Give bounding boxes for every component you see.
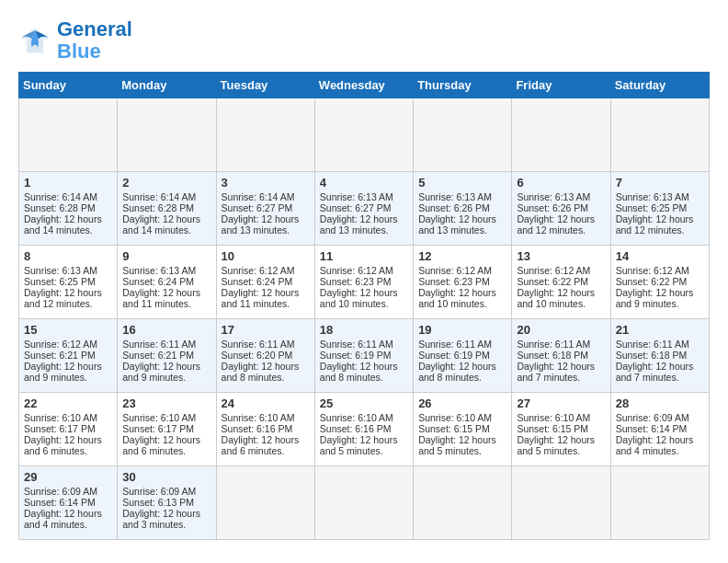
sunrise: Sunrise: 6:13 AM bbox=[517, 191, 590, 202]
calendar-cell: 6Sunrise: 6:13 AMSunset: 6:26 PMDaylight… bbox=[512, 172, 610, 246]
sunset: Sunset: 6:15 PM bbox=[517, 423, 588, 434]
sunset: Sunset: 6:28 PM bbox=[24, 202, 96, 213]
sunrise: Sunrise: 6:12 AM bbox=[24, 339, 97, 350]
sunrise: Sunrise: 6:09 AM bbox=[616, 412, 689, 423]
daylight-label: Daylight: 12 hours and 12 minutes. bbox=[24, 287, 102, 309]
sunrise: Sunrise: 6:10 AM bbox=[517, 412, 590, 423]
day-number: 24 bbox=[222, 396, 310, 410]
daylight-label: Daylight: 12 hours and 5 minutes. bbox=[320, 434, 398, 456]
sunrise: Sunrise: 6:11 AM bbox=[616, 339, 689, 350]
daylight-label: Daylight: 12 hours and 4 minutes. bbox=[24, 508, 102, 530]
day-number: 18 bbox=[320, 323, 408, 337]
sunset: Sunset: 6:17 PM bbox=[24, 423, 96, 434]
day-number: 19 bbox=[418, 323, 506, 337]
sunset: Sunset: 6:25 PM bbox=[616, 202, 688, 213]
day-number: 7 bbox=[616, 176, 704, 190]
day-number: 25 bbox=[320, 396, 408, 410]
calendar-cell: 15Sunrise: 6:12 AMSunset: 6:21 PMDayligh… bbox=[19, 319, 118, 393]
calendar-cell bbox=[512, 466, 610, 540]
daylight-label: Daylight: 12 hours and 10 minutes. bbox=[320, 287, 398, 309]
calendar-cell: 26Sunrise: 6:10 AMSunset: 6:15 PMDayligh… bbox=[414, 393, 512, 466]
sunrise: Sunrise: 6:11 AM bbox=[222, 339, 295, 350]
daylight-label: Daylight: 12 hours and 8 minutes. bbox=[222, 361, 300, 383]
sunrise: Sunrise: 6:14 AM bbox=[222, 191, 295, 202]
sunrise: Sunrise: 6:10 AM bbox=[222, 412, 295, 423]
sunset: Sunset: 6:18 PM bbox=[517, 350, 588, 361]
page-header: General Blue bbox=[18, 18, 710, 63]
logo-text: General Blue bbox=[57, 18, 132, 63]
day-number: 23 bbox=[122, 396, 210, 410]
sunrise: Sunrise: 6:14 AM bbox=[24, 191, 97, 202]
col-header-tuesday: Tuesday bbox=[216, 73, 314, 98]
sunset: Sunset: 6:19 PM bbox=[320, 350, 392, 361]
sunrise: Sunrise: 6:11 AM bbox=[320, 339, 393, 350]
calendar-cell: 27Sunrise: 6:10 AMSunset: 6:15 PMDayligh… bbox=[512, 393, 610, 466]
daylight-label: Daylight: 12 hours and 9 minutes. bbox=[24, 361, 102, 383]
daylight-label: Daylight: 12 hours and 4 minutes. bbox=[616, 434, 694, 456]
calendar-cell bbox=[216, 98, 314, 172]
calendar-cell: 13Sunrise: 6:12 AMSunset: 6:22 PMDayligh… bbox=[512, 246, 610, 319]
sunrise: Sunrise: 6:13 AM bbox=[24, 265, 97, 276]
sunset: Sunset: 6:15 PM bbox=[418, 423, 490, 434]
logo-icon bbox=[18, 24, 51, 57]
sunrise: Sunrise: 6:13 AM bbox=[418, 191, 492, 202]
daylight-label: Daylight: 12 hours and 13 minutes. bbox=[418, 213, 496, 236]
day-number: 17 bbox=[222, 323, 310, 337]
sunset: Sunset: 6:19 PM bbox=[418, 350, 490, 361]
calendar-cell bbox=[610, 466, 709, 540]
daylight-label: Daylight: 12 hours and 5 minutes. bbox=[418, 434, 496, 456]
calendar-cell: 11Sunrise: 6:12 AMSunset: 6:23 PMDayligh… bbox=[314, 246, 413, 319]
sunset: Sunset: 6:21 PM bbox=[122, 350, 194, 361]
daylight-label: Daylight: 12 hours and 6 minutes. bbox=[222, 434, 300, 456]
calendar-cell bbox=[314, 98, 413, 172]
calendar-cell bbox=[314, 466, 413, 540]
daylight-label: Daylight: 12 hours and 11 minutes. bbox=[122, 287, 200, 309]
calendar-cell: 25Sunrise: 6:10 AMSunset: 6:16 PMDayligh… bbox=[314, 393, 413, 466]
sunrise: Sunrise: 6:09 AM bbox=[122, 486, 196, 497]
daylight-label: Daylight: 12 hours and 13 minutes. bbox=[222, 213, 300, 236]
sunrise: Sunrise: 6:13 AM bbox=[122, 265, 196, 276]
daylight-label: Daylight: 12 hours and 5 minutes. bbox=[517, 434, 595, 456]
sunset: Sunset: 6:25 PM bbox=[24, 276, 96, 287]
daylight-label: Daylight: 12 hours and 14 minutes. bbox=[122, 213, 200, 236]
sunset: Sunset: 6:28 PM bbox=[122, 202, 194, 213]
calendar-cell: 10Sunrise: 6:12 AMSunset: 6:24 PMDayligh… bbox=[216, 246, 314, 319]
sunrise: Sunrise: 6:14 AM bbox=[122, 191, 196, 202]
daylight-label: Daylight: 12 hours and 11 minutes. bbox=[222, 287, 300, 309]
sunset: Sunset: 6:18 PM bbox=[616, 350, 688, 361]
sunset: Sunset: 6:16 PM bbox=[320, 423, 392, 434]
sunrise: Sunrise: 6:12 AM bbox=[418, 265, 492, 276]
calendar-cell: 19Sunrise: 6:11 AMSunset: 6:19 PMDayligh… bbox=[414, 319, 512, 393]
calendar-cell: 8Sunrise: 6:13 AMSunset: 6:25 PMDaylight… bbox=[19, 246, 118, 319]
calendar-cell: 18Sunrise: 6:11 AMSunset: 6:19 PMDayligh… bbox=[314, 319, 413, 393]
calendar-cell bbox=[118, 98, 216, 172]
sunrise: Sunrise: 6:12 AM bbox=[320, 265, 393, 276]
daylight-label: Daylight: 12 hours and 12 minutes. bbox=[616, 213, 694, 236]
calendar-cell: 30Sunrise: 6:09 AMSunset: 6:13 PMDayligh… bbox=[118, 466, 216, 540]
sunrise: Sunrise: 6:10 AM bbox=[24, 412, 97, 423]
day-number: 5 bbox=[418, 176, 506, 190]
daylight-label: Daylight: 12 hours and 10 minutes. bbox=[517, 287, 595, 309]
daylight-label: Daylight: 12 hours and 14 minutes. bbox=[24, 213, 102, 236]
calendar-cell: 22Sunrise: 6:10 AMSunset: 6:17 PMDayligh… bbox=[19, 393, 118, 466]
calendar-cell: 23Sunrise: 6:10 AMSunset: 6:17 PMDayligh… bbox=[118, 393, 216, 466]
sunset: Sunset: 6:14 PM bbox=[24, 497, 96, 508]
day-number: 20 bbox=[517, 323, 605, 337]
daylight-label: Daylight: 12 hours and 3 minutes. bbox=[122, 508, 200, 530]
sunset: Sunset: 6:27 PM bbox=[320, 202, 392, 213]
sunrise: Sunrise: 6:10 AM bbox=[418, 412, 492, 423]
calendar-cell: 17Sunrise: 6:11 AMSunset: 6:20 PMDayligh… bbox=[216, 319, 314, 393]
calendar-week-2: 8Sunrise: 6:13 AMSunset: 6:25 PMDaylight… bbox=[19, 246, 710, 319]
sunset: Sunset: 6:24 PM bbox=[222, 276, 293, 287]
col-header-friday: Friday bbox=[512, 73, 610, 98]
calendar-cell bbox=[512, 98, 610, 172]
daylight-label: Daylight: 12 hours and 8 minutes. bbox=[320, 361, 398, 383]
daylight-label: Daylight: 12 hours and 13 minutes. bbox=[320, 213, 398, 236]
sunrise: Sunrise: 6:12 AM bbox=[222, 265, 295, 276]
calendar-cell: 24Sunrise: 6:10 AMSunset: 6:16 PMDayligh… bbox=[216, 393, 314, 466]
calendar-cell: 2Sunrise: 6:14 AMSunset: 6:28 PMDaylight… bbox=[118, 172, 216, 246]
sunrise: Sunrise: 6:11 AM bbox=[418, 339, 492, 350]
calendar-cell: 14Sunrise: 6:12 AMSunset: 6:22 PMDayligh… bbox=[610, 246, 709, 319]
daylight-label: Daylight: 12 hours and 8 minutes. bbox=[418, 361, 496, 383]
day-number: 22 bbox=[24, 396, 112, 410]
